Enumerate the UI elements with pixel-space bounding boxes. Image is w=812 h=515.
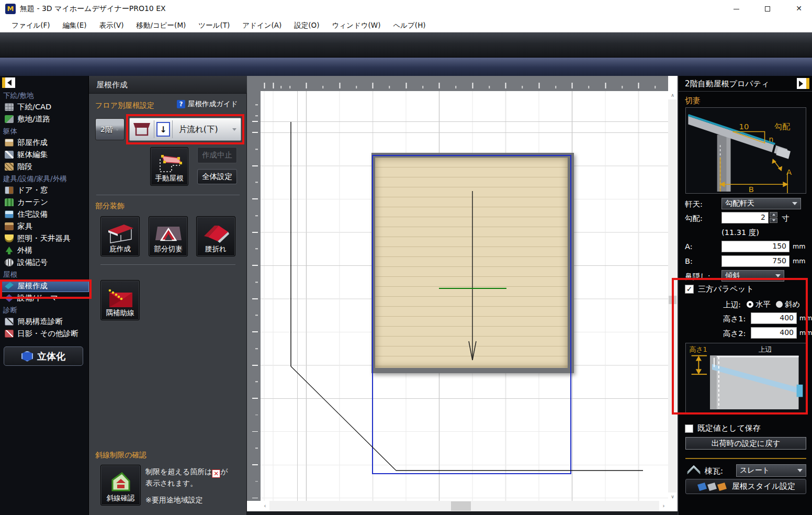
sidebar-item-roof-equipment-dormer[interactable]: 設備/ドーマー xyxy=(0,292,89,304)
partial-gable-button[interactable]: 部分切妻 xyxy=(149,216,188,256)
menu-move-copy[interactable]: 移動/コピー(M) xyxy=(130,18,192,32)
menu-addin[interactable]: アドイン(A) xyxy=(236,18,288,32)
bathtub-icon xyxy=(5,210,14,218)
sidebar-item-roof-create[interactable]: 屋根作成 xyxy=(0,280,89,292)
menu-window[interactable]: ウィンドウ(W) xyxy=(325,18,387,32)
scroll-down-button[interactable]: ∨ xyxy=(668,492,677,501)
roof-type-selector[interactable]: ↓ 片流れ(下) xyxy=(129,118,241,141)
sidebar-section-structure: 躯体 xyxy=(0,125,89,137)
scroll-right-button[interactable]: › xyxy=(659,501,668,511)
roof-guide-link[interactable]: ? 屋根作成ガイド xyxy=(177,99,238,109)
drawing-canvas[interactable]: ∧ ∨ ‹ › xyxy=(247,76,678,515)
svg-text:高さ1: 高さ1 xyxy=(690,345,707,353)
height1-input[interactable]: 400 xyxy=(751,312,797,324)
corner-aux-line-button[interactable]: 隅補助線 xyxy=(100,280,140,320)
properties-title: 2階自動屋根プロパティ xyxy=(679,76,812,92)
sidebar-collapse-button[interactable] xyxy=(2,77,15,88)
parapet-roof-icon xyxy=(132,121,152,138)
radio-horizontal[interactable]: 水平 xyxy=(747,299,771,309)
fascia-select[interactable]: 傾斜 xyxy=(721,270,784,282)
roof-floor-select[interactable]: 2階 xyxy=(95,118,125,140)
menu-file[interactable]: ファイル(F) xyxy=(5,18,57,32)
sidebar-item-exterior[interactable]: 外構 xyxy=(0,244,89,256)
title-bar: M 無題 - 3D マイホームデザイナーPRO10 EX ✕ xyxy=(0,0,812,18)
b-input[interactable]: 750 xyxy=(721,255,790,267)
close-icon: ✕ xyxy=(796,4,802,13)
chevron-left-icon xyxy=(7,80,12,86)
parapet-diagram: 高さ1 上辺 xyxy=(685,343,806,413)
checkbox-icon: ✓ xyxy=(685,285,694,294)
lamp-icon xyxy=(5,234,14,242)
height1-unit: mm xyxy=(799,314,812,322)
sidebar-item-room-create[interactable]: 部屋作成 xyxy=(0,137,89,149)
eaves-create-button[interactable]: 庇作成 xyxy=(100,216,140,256)
sidebar-item-furniture[interactable]: 家具 xyxy=(0,220,89,232)
scroll-left-button[interactable]: ‹ xyxy=(261,501,269,511)
height2-input[interactable]: 400 xyxy=(751,327,797,339)
parapet-checkbox[interactable]: ✓ 三方パラペット xyxy=(685,284,754,294)
manual-roof-button[interactable]: 手動屋根 xyxy=(150,147,188,186)
roof-panel-title: 屋根作成 xyxy=(89,76,247,94)
save-default-label: 既定値として保存 xyxy=(697,423,761,433)
panel-expand-button[interactable] xyxy=(797,78,809,89)
chevron-right-icon xyxy=(799,81,803,87)
height2-label: 高さ2: xyxy=(723,329,746,339)
slope-input[interactable]: 2 xyxy=(721,212,769,223)
sidebar-section-fixtures: 建具/設備/家具/外構 xyxy=(0,173,89,184)
sidebar-item-curtain[interactable]: カーテン xyxy=(0,196,89,208)
slope-stepper[interactable] xyxy=(770,212,777,223)
horizontal-scroll-thumb[interactable] xyxy=(451,501,471,511)
solidify-3d-button[interactable]: 立体化 xyxy=(4,346,83,366)
sidebar-item-door-window[interactable]: ドア・窓 xyxy=(0,184,89,196)
sidebar-item-structure-edit[interactable]: 躯体編集 xyxy=(0,149,89,161)
save-default-checkbox[interactable]: 既定値として保存 xyxy=(685,423,761,433)
sidebar-item-housing-equipment[interactable]: 住宅設備 xyxy=(0,208,89,220)
a-input[interactable]: 150 xyxy=(721,241,790,252)
ridge-tile-select[interactable]: スレート xyxy=(736,464,806,477)
roof-floor-value: 2階 xyxy=(100,125,113,135)
vertical-ruler xyxy=(247,91,261,501)
sidebar-item-stairs[interactable]: 階段 xyxy=(0,161,89,173)
slope-direction-arrow xyxy=(469,191,476,360)
roof-guide-label: 屋根作成ガイド xyxy=(188,99,238,109)
cancel-create-button[interactable]: 作成中止 xyxy=(197,147,237,163)
canvas-lines xyxy=(261,91,668,501)
horizontal-scrollbar[interactable]: ‹ › xyxy=(261,501,668,511)
menu-view[interactable]: 表示(V) xyxy=(93,18,130,32)
sidebar-item-sketch-cad[interactable]: 下絵/CAD xyxy=(0,101,89,113)
radio-slanted[interactable]: 斜め xyxy=(776,299,800,309)
spinner-down-icon xyxy=(772,219,775,221)
menu-edit[interactable]: 編集(E) xyxy=(57,18,93,32)
minimize-button[interactable] xyxy=(724,0,748,17)
sidebar-item-site-road[interactable]: 敷地/道路 xyxy=(0,113,89,125)
gambrel-button[interactable]: 腰折れ xyxy=(196,216,235,256)
vertical-scrollbar[interactable]: ∧ ∨ xyxy=(668,91,677,501)
scroll-up-button[interactable]: ∧ xyxy=(668,91,677,99)
slope-unit: 寸 xyxy=(782,214,790,223)
slant-check-button[interactable]: 斜線確認 xyxy=(100,465,141,506)
sidebar-item-shadow-diagnosis[interactable]: 日影・その他診断 xyxy=(0,328,89,340)
svg-text:n: n xyxy=(769,135,773,143)
b-label: B: xyxy=(685,257,693,265)
floor-tab-bar: ? 使い方ガイド 地下1階 1階 2階 3階 4階 ⚙⚙ ☁ データセンター xyxy=(0,58,812,76)
slope-degrees: (11.31 度) xyxy=(721,228,759,238)
menu-settings[interactable]: 設定(O) xyxy=(288,18,325,32)
global-setting-button[interactable]: 全体設定 xyxy=(197,169,237,184)
ridge-tile-icon xyxy=(686,463,701,476)
menu-help[interactable]: ヘルプ(H) xyxy=(387,18,432,32)
maximize-button[interactable] xyxy=(755,0,780,17)
menu-tools[interactable]: ツール(T) xyxy=(192,18,236,32)
eaves-soffit-select[interactable]: 勾配軒天 xyxy=(721,198,801,209)
a-label: A: xyxy=(685,242,693,251)
corner-aux-line-icon xyxy=(107,287,133,308)
sidebar-item-structure-diagnosis[interactable]: 簡易構造診断 xyxy=(0,316,89,328)
close-button[interactable]: ✕ xyxy=(787,0,811,17)
vertical-scroll-thumb[interactable] xyxy=(669,296,676,304)
reset-defaults-button[interactable]: 出荷時の設定に戻す xyxy=(685,437,806,450)
sidebar-item-equipment-symbol[interactable]: 設備記号 xyxy=(0,256,89,268)
parapet-label: 三方パラペット xyxy=(698,284,754,294)
roof-style-setting-button[interactable]: 屋根スタイル設定 xyxy=(685,479,806,494)
slant-note-line2: 表示されます。 xyxy=(145,479,197,488)
chevron-down-icon xyxy=(797,469,803,472)
sidebar-item-lighting[interactable]: 照明・天井器具 xyxy=(0,232,89,244)
